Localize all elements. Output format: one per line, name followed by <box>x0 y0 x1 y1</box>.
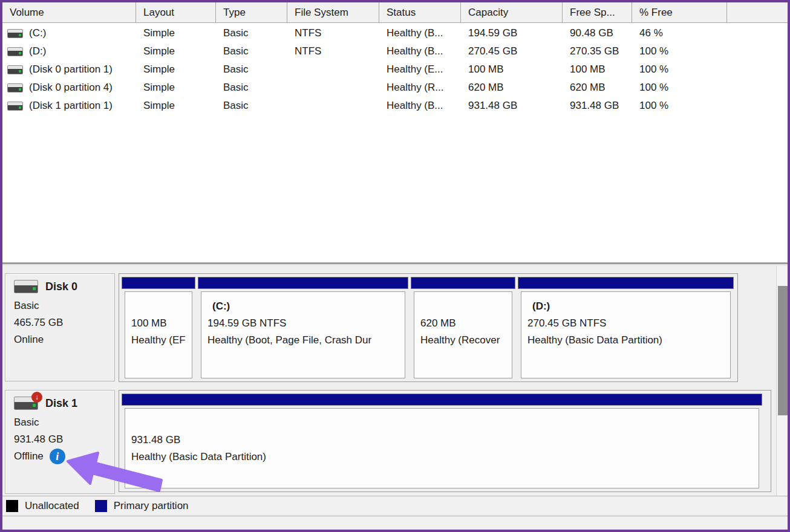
volume-name: (Disk 1 partition 1) <box>29 100 113 112</box>
disk-size: 465.75 GB <box>14 314 114 331</box>
partition-block-recovery[interactable]: 620 MB Healthy (Recover <box>411 277 515 378</box>
table-row-disk0-partition4[interactable]: (Disk 0 partition 4) Simple Basic Health… <box>2 79 788 97</box>
graphical-view-pane: Disk 0 Basic 465.75 GB Online 100 MB Hea… <box>2 266 788 530</box>
drive-led-icon <box>19 34 21 36</box>
partition-block-efi[interactable]: 100 MB Healthy (EF <box>122 277 195 378</box>
cell-type: Basic <box>216 45 287 57</box>
disk0-partitions: 100 MB Healthy (EF (C:) 194.59 GB NTFS H… <box>119 273 738 382</box>
cell-pct-free: 100 % <box>632 82 727 94</box>
drive-led-icon <box>19 106 21 109</box>
table-row-disk1-partition1[interactable]: (Disk 1 partition 1) Simple Basic Health… <box>2 97 788 115</box>
partition-label: (C:) <box>207 299 403 315</box>
partition-size: 100 MB <box>131 315 191 332</box>
disk-kind: Basic <box>14 297 114 314</box>
legend-swatch-primary-partition <box>95 500 107 512</box>
cell-layout: Simple <box>136 27 216 39</box>
volume-name: (Disk 0 partition 4) <box>29 82 113 94</box>
column-header-layout[interactable]: Layout <box>136 2 216 23</box>
drive-icon <box>7 47 23 56</box>
drive-led-icon <box>19 70 21 73</box>
partition-block-c[interactable]: (C:) 194.59 GB NTFS Healthy (Boot, Page … <box>198 277 408 378</box>
table-row-volume-d[interactable]: (D:) Simple Basic NTFS Healthy (B... 270… <box>2 42 788 60</box>
volume-list-header: Volume Layout Type File System Status Ca… <box>2 2 788 23</box>
scrollbar-thumb[interactable] <box>778 286 788 415</box>
cell-free-space: 620 MB <box>563 82 632 94</box>
column-header-volume[interactable]: Volume <box>2 2 136 23</box>
legend-label-primary-partition: Primary partition <box>114 500 189 512</box>
cell-file-system: NTFS <box>287 45 379 57</box>
partition-type-bar <box>198 277 408 289</box>
cell-status: Healthy (E... <box>379 63 461 76</box>
partition-type-bar <box>122 277 195 289</box>
disk-management-window: Volume Layout Type File System Status Ca… <box>0 0 790 532</box>
partition-status: Healthy (EF <box>131 332 191 349</box>
partition-size: 620 MB <box>420 315 511 332</box>
cell-capacity: 931.48 GB <box>461 100 563 112</box>
partition-block-disk1[interactable]: 931.48 GB Healthy (Basic Data Partition) <box>122 394 762 488</box>
column-header-type[interactable]: Type <box>216 2 287 23</box>
disk-state: Online <box>14 331 114 348</box>
legend-bar: Unallocated Primary partition <box>2 496 788 516</box>
cell-free-space: 100 MB <box>563 63 632 76</box>
volume-name: (D:) <box>29 45 46 57</box>
column-header-filler <box>727 2 788 23</box>
volume-list-pane: Volume Layout Type File System Status Ca… <box>2 2 788 262</box>
cell-capacity: 620 MB <box>461 82 563 94</box>
drive-led-icon <box>19 88 21 91</box>
partition-block-d[interactable]: (D:) 270.45 GB NTFS Healthy (Basic Data … <box>518 277 734 378</box>
status-bar <box>2 516 788 530</box>
cell-layout: Simple <box>136 45 216 57</box>
partition-type-bar <box>411 277 515 289</box>
partition-label: (D:) <box>527 299 729 315</box>
partition-type-bar <box>122 394 762 406</box>
cell-layout: Simple <box>136 63 216 76</box>
disk-led-icon <box>33 404 36 407</box>
partition-status: Healthy (Basic Data Partition) <box>131 449 757 465</box>
disk0-info-panel[interactable]: Disk 0 Basic 465.75 GB Online <box>5 273 115 381</box>
cell-layout: Simple <box>136 100 216 112</box>
cell-capacity: 100 MB <box>461 63 563 76</box>
partition-size: 270.45 GB NTFS <box>527 315 729 332</box>
disk1-info-panel[interactable]: ↓ Disk 1 Basic 931.48 GB Offline i <box>5 390 115 494</box>
cell-status: Healthy (B... <box>379 27 461 39</box>
cell-free-space: 90.48 GB <box>563 27 632 39</box>
column-header-file-system[interactable]: File System <box>287 2 379 23</box>
cell-pct-free: 100 % <box>632 100 727 112</box>
disk-icon: ↓ <box>14 397 38 410</box>
drive-led-icon <box>19 52 21 54</box>
cell-status: Healthy (R... <box>379 82 461 94</box>
disk-name: Disk 1 <box>45 397 77 410</box>
cell-type: Basic <box>216 82 287 94</box>
table-row-volume-c[interactable]: (C:) Simple Basic NTFS Healthy (B... 194… <box>2 24 788 42</box>
partition-type-bar <box>518 277 734 289</box>
disk-led-icon <box>33 287 36 290</box>
cell-type: Basic <box>216 27 287 39</box>
cell-capacity: 194.59 GB <box>461 27 563 39</box>
column-header-free-space[interactable]: Free Sp... <box>563 2 632 23</box>
drive-icon <box>7 65 23 74</box>
volume-name: (C:) <box>29 27 46 39</box>
info-icon[interactable]: i <box>50 449 65 464</box>
cell-free-space: 270.35 GB <box>563 45 632 57</box>
disk-kind: Basic <box>14 414 114 431</box>
partition-size: 931.48 GB <box>131 432 757 449</box>
disk-name: Disk 0 <box>45 281 77 293</box>
column-header-status[interactable]: Status <box>379 2 461 23</box>
cell-status: Healthy (B... <box>379 45 461 57</box>
disk-state: Offline <box>14 448 44 465</box>
partition-label <box>420 299 511 315</box>
partition-status: Healthy (Boot, Page File, Crash Dur <box>207 332 403 349</box>
table-row-disk0-partition1[interactable]: (Disk 0 partition 1) Simple Basic Health… <box>2 60 788 79</box>
disk1-partitions: 931.48 GB Healthy (Basic Data Partition) <box>119 390 771 492</box>
column-header-pct-free[interactable]: % Free <box>632 2 727 23</box>
offline-badge-icon: ↓ <box>31 392 42 403</box>
partition-label <box>131 416 757 432</box>
cell-pct-free: 46 % <box>632 27 727 39</box>
cell-capacity: 270.45 GB <box>461 45 563 57</box>
partition-status: Healthy (Recover <box>420 332 511 349</box>
vertical-scrollbar[interactable] <box>776 266 788 516</box>
cell-layout: Simple <box>136 82 216 94</box>
column-header-capacity[interactable]: Capacity <box>461 2 563 23</box>
drive-icon <box>7 102 23 111</box>
partition-label <box>131 299 191 315</box>
